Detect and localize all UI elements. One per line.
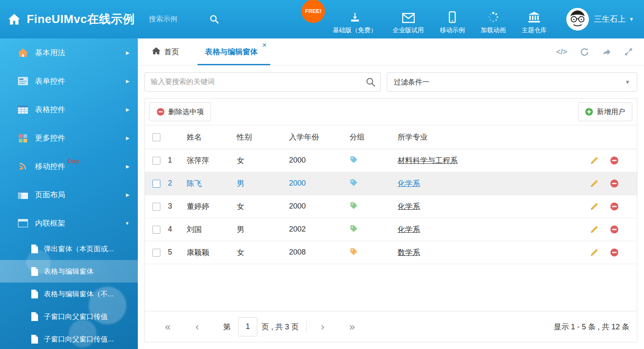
- table-row[interactable]: 1 张萍萍 女 2000 材料科学与工程系: [145, 149, 637, 172]
- major-link[interactable]: 材料科学与工程系: [398, 156, 458, 165]
- last-page-icon[interactable]: »: [337, 321, 367, 333]
- file-icon: [31, 267, 38, 276]
- sidebar-subitem-grid-edit-window[interactable]: 表格与编辑窗体: [0, 260, 138, 283]
- sidebar-item-page-layout[interactable]: 页面布局 ▶: [0, 181, 138, 209]
- divider: [306, 321, 307, 333]
- search-icon[interactable]: [210, 15, 219, 24]
- column-header-major[interactable]: 所学专业: [398, 125, 590, 149]
- home-icon[interactable]: [8, 13, 21, 25]
- chevron-right-icon: ▶: [126, 50, 129, 56]
- sidebar-item-grid-controls[interactable]: 表格控件 ▶: [0, 95, 138, 124]
- sidebar-item-basic-usage[interactable]: 基本用法 ▶: [0, 38, 138, 67]
- row-number: 4: [168, 218, 187, 241]
- table-row[interactable]: 2 陈飞 男 2000 化学系: [145, 172, 637, 195]
- sidebar-item-form-controls[interactable]: 表单控件 ▶: [0, 67, 138, 95]
- sidebar-subitem-child-to-parent[interactable]: 子窗口向父窗口传值: [0, 305, 138, 328]
- filter-dropdown[interactable]: 过滤条件一 ▼: [387, 72, 637, 92]
- edit-icon[interactable]: [590, 202, 598, 211]
- header-search-input[interactable]: [149, 15, 205, 23]
- cell-year: 2000: [289, 195, 350, 218]
- delete-selected-button[interactable]: 删除选中项: [150, 102, 211, 121]
- keyword-search-input[interactable]: [145, 72, 381, 92]
- user-menu[interactable]: 三生石上 ▼: [566, 8, 634, 31]
- tag-icon[interactable]: [350, 247, 357, 255]
- major-link[interactable]: 化学系: [398, 179, 420, 188]
- tag-icon[interactable]: [350, 155, 357, 163]
- chevron-right-icon: ▶: [126, 79, 129, 84]
- cell-name: 张萍萍: [187, 149, 237, 172]
- avatar: [566, 8, 589, 31]
- sidebar-subitem-grid-edit-window-2[interactable]: 表格与编辑窗体（不...: [0, 283, 138, 305]
- row-checkbox[interactable]: [152, 226, 160, 234]
- delete-icon[interactable]: [610, 202, 619, 211]
- row-number: 5: [168, 241, 187, 264]
- column-header-group[interactable]: 分组: [350, 125, 398, 149]
- cell-name: 董婷婷: [187, 195, 237, 218]
- form-icon: [18, 77, 28, 85]
- row-checkbox[interactable]: [152, 157, 160, 165]
- next-page-icon[interactable]: ›: [308, 321, 337, 333]
- grid-toolbar: 删除选中项 新增用户: [145, 99, 637, 125]
- row-checkbox[interactable]: [152, 203, 160, 211]
- tag-icon[interactable]: [350, 178, 357, 186]
- cell-gender: 女: [237, 149, 289, 172]
- table-row[interactable]: 4 刘国 男 2002 化学系: [145, 218, 637, 241]
- edit-icon[interactable]: [590, 156, 598, 165]
- sidebar-item-iframe[interactable]: 内联框架 ▼: [0, 209, 138, 237]
- row-checkbox[interactable]: [152, 180, 160, 188]
- tab-home[interactable]: 首页: [145, 38, 187, 65]
- chevron-down-icon: ▼: [625, 79, 630, 85]
- code-icon[interactable]: </>: [556, 48, 567, 56]
- sidebar-item-more-controls[interactable]: 更多控件 ▶: [0, 124, 138, 152]
- nav-item-enterprise-trial[interactable]: 企业版试用: [385, 10, 432, 34]
- nav-item-theme-repo[interactable]: 主题仓库: [514, 10, 555, 34]
- tab-grid-edit-window[interactable]: 表格与编辑窗体 ✕: [198, 38, 270, 65]
- major-link[interactable]: 数学系: [398, 248, 420, 257]
- sidebar-subitem-popup-window[interactable]: 弹出窗体（本页面或...: [0, 237, 138, 260]
- edit-icon[interactable]: [590, 225, 598, 234]
- row-checkbox[interactable]: [152, 249, 160, 257]
- chevron-down-icon: ▼: [629, 16, 634, 22]
- forward-icon[interactable]: [602, 47, 611, 57]
- table-row[interactable]: 5 康颖颖 女 2008 数学系: [145, 241, 637, 264]
- major-link[interactable]: 化学系: [398, 202, 420, 211]
- delete-icon[interactable]: [610, 225, 619, 234]
- table-row[interactable]: 3 董婷婷 女 2000 化学系: [145, 195, 637, 218]
- cell-year: 2002: [289, 218, 350, 241]
- select-all-checkbox[interactable]: [152, 133, 160, 141]
- file-icon: [31, 312, 38, 321]
- corp-badge: Corp.: [68, 158, 81, 164]
- delete-icon[interactable]: [610, 179, 619, 188]
- refresh-icon[interactable]: [580, 47, 589, 57]
- file-icon: [31, 335, 38, 344]
- add-user-button[interactable]: 新增用户: [578, 102, 632, 121]
- column-header-name[interactable]: 姓名: [187, 125, 237, 149]
- tab-bar: 首页 表格与编辑窗体 ✕ </>: [138, 38, 644, 66]
- user-name: 三生石上: [594, 14, 626, 25]
- search-icon[interactable]: [366, 77, 375, 89]
- nav-item-loading-animation[interactable]: 加载动画: [473, 10, 514, 34]
- major-link[interactable]: 化学系: [398, 225, 420, 234]
- nav-item-basic-free[interactable]: 基础版（免费）: [325, 10, 385, 34]
- cell-name: 陈飞: [187, 172, 237, 195]
- page-number-input[interactable]: [238, 317, 257, 336]
- blocks-icon: [18, 133, 28, 143]
- column-header-gender[interactable]: 性别: [237, 125, 289, 149]
- tag-icon[interactable]: [350, 224, 357, 232]
- edit-icon[interactable]: [590, 248, 598, 257]
- tag-icon[interactable]: [350, 201, 357, 209]
- column-header-year[interactable]: 入学年份: [289, 125, 350, 149]
- sidebar-subitem-child-to-parent-2[interactable]: 子窗口向父窗口传值...: [0, 328, 138, 349]
- sidebar-item-mobile-controls[interactable]: 移动控件 Corp. ▶: [0, 152, 138, 181]
- previous-page-icon[interactable]: ‹: [183, 321, 211, 333]
- content-area: 过滤条件一 ▼ 删除选中项 新增用户: [138, 66, 644, 349]
- first-page-icon[interactable]: «: [152, 321, 183, 333]
- delete-icon[interactable]: [610, 248, 619, 257]
- nav-item-mobile-demo[interactable]: 移动示例: [432, 10, 473, 34]
- close-icon[interactable]: ✕: [262, 42, 267, 48]
- cell-name: 康颖颖: [187, 241, 237, 264]
- expand-icon[interactable]: [624, 47, 633, 56]
- edit-icon[interactable]: [590, 179, 598, 188]
- delete-icon[interactable]: [610, 156, 619, 165]
- row-number: 3: [168, 195, 187, 218]
